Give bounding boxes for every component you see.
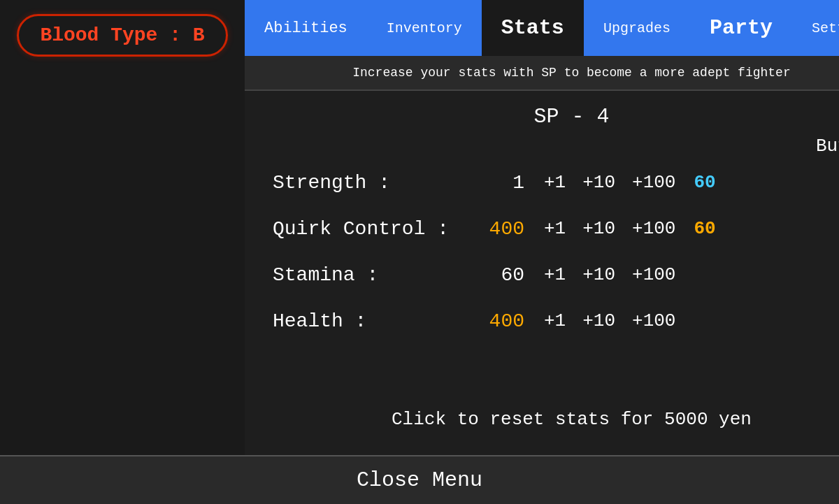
sidebar: Blood Type : B [0,0,245,455]
blood-type-label: Blood Type : B [40,24,204,46]
stat-buttons-strength: +1 +10 +100 60 [538,169,723,196]
quirk-plus10-btn[interactable]: +10 [577,215,621,242]
stat-value-stamina: 60 [468,264,524,286]
stat-row-stamina: Stamina : 60 +1 +10 +100 [273,254,839,295]
strength-plus100-btn[interactable]: +100 [626,169,681,196]
right-panel: Abilities Inventory Stats Upgrades Party… [245,0,839,455]
stat-buttons-quirk: +1 +10 +100 60 [538,215,723,242]
stamina-plus100-btn[interactable]: +100 [626,261,681,288]
quirk-plus1-btn[interactable]: +1 [538,215,571,242]
stat-buttons-stamina: +1 +10 +100 [538,261,681,288]
quirk-buff: 60 [687,215,722,242]
buffs-label: Buffs [273,136,839,157]
strength-plus1-btn[interactable]: +1 [538,169,571,196]
subtitle-text: Increase your stats with SP to become a … [352,66,791,80]
quirk-plus100-btn[interactable]: +100 [626,215,681,242]
stat-name-strength: Strength : [273,172,468,194]
stat-value-strength: 1 [468,172,524,194]
strength-plus10-btn[interactable]: +10 [577,169,621,196]
stat-row-health: Health : 400 +1 +10 +100 [273,301,839,341]
health-plus1-btn[interactable]: +1 [538,308,571,334]
tab-settings[interactable]: Settings [792,0,839,56]
stat-name-quirk: Quirk Control : [273,218,468,240]
stamina-plus1-btn[interactable]: +1 [538,261,571,288]
strength-buff: 60 [687,169,722,196]
stat-name-health: Health : [273,310,468,332]
stat-value-health: 400 [468,310,524,332]
main-area: Blood Type : B Abilities Inventory Stats… [0,0,839,455]
tab-inventory[interactable]: Inventory [367,0,482,56]
stat-name-stamina: Stamina : [273,264,468,286]
stats-table: Strength : 1 +1 +10 +100 60 Quirk Contro… [273,162,839,384]
blood-type-badge: Blood Type : B [17,14,227,57]
stat-row-quirk: Quirk Control : 400 +1 +10 +100 60 [273,208,839,249]
reset-stats-button[interactable]: Click to reset stats for 5000 yen [273,398,839,441]
stat-row-strength: Strength : 1 +1 +10 +100 60 [273,162,839,203]
health-plus100-btn[interactable]: +100 [626,308,681,334]
stats-panel: SP - 4 Buffs Strength : 1 +1 +10 +100 60 [245,91,839,455]
sp-label: SP - 4 [273,105,839,129]
tab-party[interactable]: Party [690,0,792,56]
stamina-plus10-btn[interactable]: +10 [577,261,621,288]
bottom-bar: Close Menu [0,455,839,504]
subtitle-bar: Increase your stats with SP to become a … [245,56,839,91]
tab-stats[interactable]: Stats [482,0,584,56]
tab-abilities[interactable]: Abilities [245,0,367,56]
stat-buttons-health: +1 +10 +100 [538,308,681,334]
tab-bar: Abilities Inventory Stats Upgrades Party… [245,0,839,56]
stat-value-quirk: 400 [468,218,524,240]
close-menu-button[interactable]: Close Menu [357,468,482,492]
tab-upgrades[interactable]: Upgrades [584,0,690,56]
health-plus10-btn[interactable]: +10 [577,308,621,334]
